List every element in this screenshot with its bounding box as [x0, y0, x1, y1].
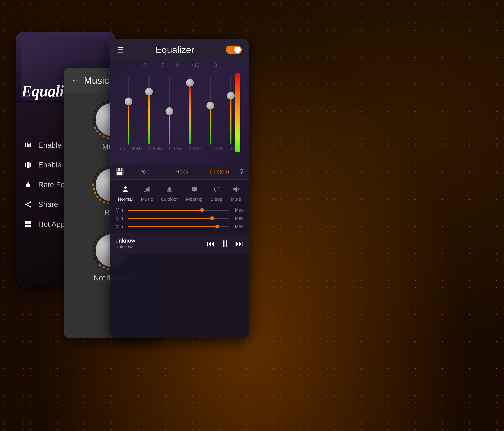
slider-1-thumb[interactable]	[200, 208, 204, 212]
svg-rect-6	[30, 163, 31, 167]
svg-point-8	[25, 204, 27, 205]
save-preset-icon[interactable]: 💾	[116, 168, 124, 176]
svg-point-65	[92, 184, 94, 186]
vibrate-icon	[23, 160, 33, 170]
meeting-label: Meeting	[186, 197, 202, 202]
eq-bar-36khz-fill	[210, 107, 211, 144]
svg-point-95	[94, 241, 96, 244]
sleep-icon	[211, 184, 222, 195]
eq-bar-60hz-handle[interactable]	[145, 88, 153, 95]
eq-bar-910hz-fill	[189, 84, 190, 144]
slider-row-3: Min Max	[116, 224, 243, 229]
normal-icon	[120, 184, 131, 195]
slider-2-track[interactable]	[128, 218, 229, 219]
eq-bar-230hz-fill	[169, 112, 170, 144]
outdoor-label: Outdoor	[161, 197, 178, 202]
svg-point-32	[103, 135, 105, 138]
pause-button[interactable]: ⏸	[220, 238, 230, 249]
svg-point-43	[107, 100, 109, 103]
svg-point-96	[96, 238, 99, 240]
eq-bar-left-handle[interactable]	[125, 97, 132, 105]
mode-mute[interactable]: Mute	[231, 184, 241, 202]
slider-2-thumb[interactable]	[210, 216, 214, 220]
preset-help-icon[interactable]: ?	[240, 168, 243, 176]
preset-pop[interactable]: Pop	[127, 167, 162, 177]
svg-point-33	[99, 133, 101, 135]
slider-3-thumb[interactable]	[215, 225, 219, 228]
eq-bar-230hz-handle[interactable]	[165, 107, 173, 115]
slider-3-track[interactable]	[128, 226, 229, 227]
back-button[interactable]: ←	[71, 75, 80, 86]
svg-point-35	[94, 127, 96, 129]
hot-app-label: Hot App	[38, 220, 65, 228]
eq-bar-230hz[interactable]	[160, 70, 179, 144]
mode-music[interactable]: Music	[141, 184, 153, 202]
slider-2-max: Max	[233, 216, 243, 221]
svg-point-67	[94, 176, 96, 178]
svg-point-94	[93, 245, 95, 248]
share-icon	[23, 199, 33, 209]
next-button[interactable]: ⏭	[235, 239, 243, 248]
music-icon	[142, 184, 152, 195]
svg-point-42	[103, 102, 105, 104]
prev-button[interactable]: ⏮	[207, 239, 215, 248]
svg-point-97	[99, 235, 101, 237]
slider-3-fill	[128, 226, 217, 227]
eq-bar-left-fill	[128, 103, 129, 144]
svg-point-38	[93, 114, 95, 117]
mode-meeting[interactable]: Meeting	[186, 184, 202, 202]
svg-point-99	[107, 231, 109, 234]
svg-point-91	[94, 258, 96, 260]
slider-1-max: Max	[233, 207, 243, 213]
eq-bar-14khz-fill	[230, 97, 232, 144]
track-artist: unknow	[116, 244, 203, 250]
eq-bar-60hz[interactable]	[140, 70, 158, 144]
svg-point-102	[148, 190, 150, 192]
svg-point-9	[29, 206, 31, 207]
svg-point-34	[96, 130, 99, 132]
mode-outdoor[interactable]: Outdoor	[161, 184, 178, 202]
eq-toggle[interactable]	[226, 46, 242, 54]
track-title: unknow	[116, 237, 203, 244]
svg-point-41	[99, 104, 101, 106]
music-mode-label: Music	[141, 197, 153, 202]
mode-normal[interactable]: Normal	[118, 184, 133, 202]
eq-bar-36khz-handle[interactable]	[207, 102, 214, 110]
svg-rect-3	[30, 143, 31, 147]
svg-point-40	[96, 107, 99, 109]
svg-point-69	[99, 169, 101, 171]
mute-icon	[231, 184, 241, 195]
mute-label: Mute	[231, 197, 241, 202]
svg-rect-4	[27, 162, 29, 168]
slider-2-min: Min	[116, 216, 125, 221]
eq-bar-14khz-handle[interactable]	[227, 92, 235, 100]
eq-bar-36khz[interactable]	[201, 70, 220, 144]
eq-bar-910hz-handle[interactable]	[186, 79, 194, 87]
svg-rect-14	[25, 225, 28, 227]
slider-1-track[interactable]	[128, 210, 229, 211]
thumbs-up-icon	[23, 180, 33, 189]
svg-rect-15	[28, 225, 31, 227]
hamburger-icon[interactable]: ☰	[117, 46, 124, 54]
svg-line-10	[27, 203, 29, 204]
eq-bar-910hz[interactable]	[180, 70, 199, 144]
mode-sleep[interactable]: Sleep	[211, 184, 223, 202]
svg-rect-12	[25, 221, 28, 224]
now-playing-bar: unknow unknow ⏮ ⏸ ⏭	[110, 233, 249, 254]
grid-icon	[23, 219, 33, 229]
eq-toggle-knob	[234, 47, 241, 53]
svg-point-60	[103, 201, 105, 203]
normal-label: Normal	[118, 197, 133, 202]
eq-bar-14khz[interactable]	[221, 70, 240, 144]
svg-point-100	[124, 186, 126, 189]
slider-row-2: Min Max	[116, 216, 243, 221]
preset-custom[interactable]: Custom	[202, 167, 236, 177]
slider-row-1: Min Max	[116, 207, 243, 213]
eq-bar-left[interactable]	[119, 70, 138, 144]
svg-point-64	[93, 188, 95, 190]
svg-point-39	[94, 110, 96, 112]
svg-point-31	[107, 137, 109, 139]
svg-point-88	[103, 266, 105, 269]
preset-rock[interactable]: Rock	[165, 167, 199, 177]
sleep-label: Sleep	[211, 197, 223, 202]
